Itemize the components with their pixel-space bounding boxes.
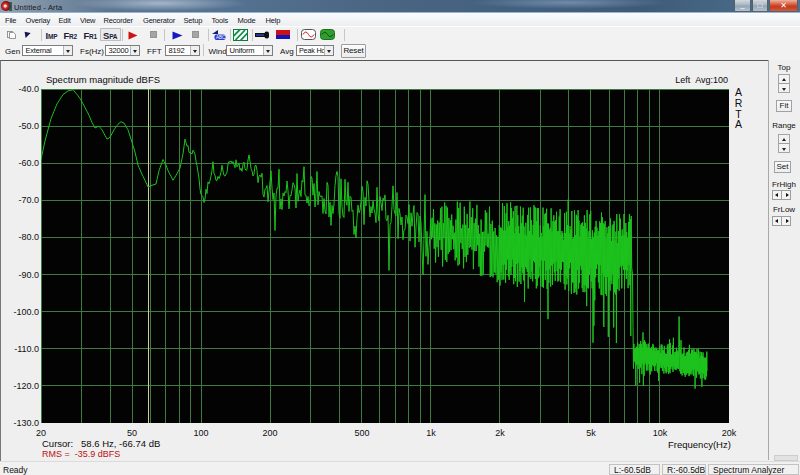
- svg-text:ABC: ABC: [216, 35, 226, 40]
